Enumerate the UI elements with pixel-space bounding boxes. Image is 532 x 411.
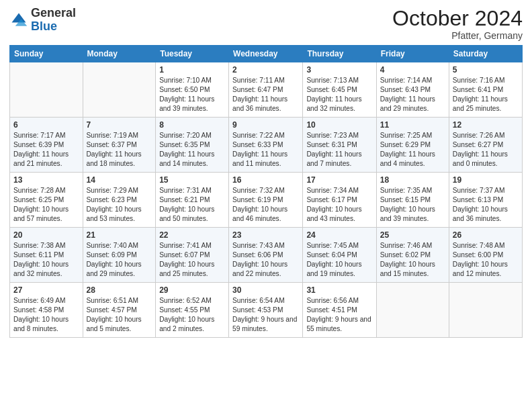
calendar-cell: 4Sunrise: 7:14 AMSunset: 6:43 PMDaylight… [376, 62, 449, 118]
day-info: Daylight: 10 hours and 22 minutes. [232, 260, 299, 279]
day-info: Sunrise: 7:48 AM [453, 241, 519, 250]
day-info: Daylight: 10 hours and 32 minutes. [13, 260, 79, 279]
calendar-cell: 7Sunrise: 7:19 AMSunset: 6:37 PMDaylight… [83, 118, 156, 173]
calendar-week-row: 27Sunrise: 6:49 AMSunset: 4:58 PMDayligh… [10, 283, 523, 338]
day-number: 26 [453, 230, 519, 240]
day-info: Sunrise: 7:28 AM [13, 186, 79, 195]
day-info: Sunset: 6:19 PM [232, 195, 299, 205]
day-info: Daylight: 10 hours and 2 minutes. [159, 315, 225, 334]
day-info: Daylight: 10 hours and 39 minutes. [380, 205, 445, 224]
calendar-cell: 12Sunrise: 7:26 AMSunset: 6:27 PMDayligh… [449, 118, 522, 173]
day-number: 2 [232, 64, 299, 75]
calendar-cell: 30Sunrise: 6:54 AMSunset: 4:53 PMDayligh… [229, 283, 303, 338]
calendar-cell: 9Sunrise: 7:22 AMSunset: 6:33 PMDaylight… [229, 118, 303, 173]
calendar-cell: 27Sunrise: 6:49 AMSunset: 4:58 PMDayligh… [10, 283, 83, 338]
day-info: Sunrise: 6:56 AM [306, 296, 372, 306]
day-info: Daylight: 10 hours and 8 minutes. [13, 315, 79, 334]
day-info: Sunset: 6:00 PM [453, 250, 519, 260]
title-block: October 2024 Pfatter, Germany [392, 7, 523, 41]
day-info: Sunrise: 7:40 AM [87, 241, 152, 250]
day-number: 15 [159, 175, 225, 185]
calendar-week-row: 13Sunrise: 7:28 AMSunset: 6:25 PMDayligh… [10, 173, 523, 228]
day-number: 16 [232, 175, 299, 185]
logo-icon [9, 11, 28, 30]
day-info: Sunset: 6:45 PM [306, 85, 372, 95]
day-info: Daylight: 11 hours and 32 minutes. [306, 95, 372, 113]
day-info: Sunset: 4:51 PM [306, 306, 372, 315]
day-info: Daylight: 11 hours and 0 minutes. [453, 150, 519, 169]
day-info: Sunset: 6:37 PM [87, 140, 152, 150]
day-number: 1 [159, 64, 225, 75]
calendar-cell: 10Sunrise: 7:23 AMSunset: 6:31 PMDayligh… [303, 118, 376, 173]
col-tuesday: Tuesday [156, 46, 229, 62]
day-number: 10 [306, 120, 372, 130]
calendar-cell [449, 283, 522, 338]
day-info: Sunrise: 7:23 AM [306, 131, 372, 140]
day-number: 25 [380, 230, 445, 240]
day-info: Sunset: 6:15 PM [380, 195, 445, 205]
day-number: 14 [87, 175, 152, 185]
calendar-cell: 1Sunrise: 7:10 AMSunset: 6:50 PMDaylight… [156, 62, 229, 118]
day-info: Daylight: 10 hours and 46 minutes. [232, 205, 299, 224]
day-info: Sunrise: 7:38 AM [13, 241, 79, 250]
calendar-cell: 16Sunrise: 7:32 AMSunset: 6:19 PMDayligh… [229, 173, 303, 228]
day-info: Sunrise: 7:31 AM [159, 186, 225, 195]
day-number: 3 [306, 64, 372, 75]
day-info: Daylight: 11 hours and 14 minutes. [159, 150, 225, 169]
calendar-cell: 31Sunrise: 6:56 AMSunset: 4:51 PMDayligh… [303, 283, 376, 338]
day-info: Sunset: 6:31 PM [306, 140, 372, 150]
day-info: Sunset: 6:50 PM [159, 85, 225, 95]
calendar-cell: 26Sunrise: 7:48 AMSunset: 6:00 PMDayligh… [449, 228, 522, 283]
day-info: Sunset: 6:04 PM [306, 250, 372, 260]
day-number: 7 [87, 120, 152, 130]
day-info: Sunset: 6:35 PM [159, 140, 225, 150]
day-number: 27 [13, 285, 79, 295]
day-number: 17 [306, 175, 372, 185]
day-info: Sunrise: 6:49 AM [13, 296, 79, 306]
day-info: Daylight: 10 hours and 36 minutes. [453, 205, 519, 224]
month-title: October 2024 [392, 7, 523, 30]
day-info: Sunrise: 7:16 AM [453, 76, 519, 85]
day-info: Sunrise: 7:25 AM [380, 131, 445, 140]
day-info: Sunrise: 7:46 AM [380, 241, 445, 250]
page-container: General Blue October 2024 Pfatter, Germa… [0, 0, 532, 343]
day-info: Sunset: 6:43 PM [380, 85, 445, 95]
logo-text: General Blue [31, 7, 76, 34]
day-number: 28 [87, 285, 152, 295]
logo: General Blue [9, 7, 76, 34]
day-info: Sunset: 6:07 PM [159, 250, 225, 260]
calendar-cell: 13Sunrise: 7:28 AMSunset: 6:25 PMDayligh… [10, 173, 83, 228]
col-sunday: Sunday [10, 46, 83, 62]
day-info: Sunset: 6:25 PM [13, 195, 79, 205]
day-info: Sunrise: 7:10 AM [159, 76, 225, 85]
day-number: 6 [13, 120, 79, 130]
day-info: Daylight: 11 hours and 29 minutes. [380, 95, 445, 113]
day-info: Daylight: 11 hours and 7 minutes. [306, 150, 372, 169]
calendar-cell: 6Sunrise: 7:17 AMSunset: 6:39 PMDaylight… [10, 118, 83, 173]
day-info: Sunset: 6:27 PM [453, 140, 519, 150]
day-info: Sunrise: 6:52 AM [159, 296, 225, 306]
logo-general: General [31, 6, 76, 19]
header: General Blue October 2024 Pfatter, Germa… [9, 7, 523, 41]
day-number: 11 [380, 120, 445, 130]
calendar-cell: 25Sunrise: 7:46 AMSunset: 6:02 PMDayligh… [376, 228, 449, 283]
col-saturday: Saturday [449, 46, 522, 62]
day-info: Sunrise: 7:20 AM [159, 131, 225, 140]
calendar-cell: 18Sunrise: 7:35 AMSunset: 6:15 PMDayligh… [376, 173, 449, 228]
calendar-cell [10, 62, 83, 118]
logo-blue: Blue [31, 19, 57, 33]
day-info: Sunset: 6:21 PM [159, 195, 225, 205]
calendar-cell [376, 283, 449, 338]
day-info: Daylight: 11 hours and 25 minutes. [453, 95, 519, 113]
day-info: Daylight: 10 hours and 25 minutes. [159, 260, 225, 279]
calendar-table: Sunday Monday Tuesday Wednesday Thursday… [9, 45, 523, 338]
day-number: 30 [232, 285, 299, 295]
day-info: Sunset: 6:39 PM [13, 140, 79, 150]
day-info: Sunset: 6:02 PM [380, 250, 445, 260]
day-info: Sunrise: 7:19 AM [87, 131, 152, 140]
day-info: Daylight: 11 hours and 36 minutes. [232, 95, 299, 113]
day-info: Sunset: 6:33 PM [232, 140, 299, 150]
day-number: 23 [232, 230, 299, 240]
day-info: Daylight: 11 hours and 11 minutes. [232, 150, 299, 169]
calendar-cell: 15Sunrise: 7:31 AMSunset: 6:21 PMDayligh… [156, 173, 229, 228]
